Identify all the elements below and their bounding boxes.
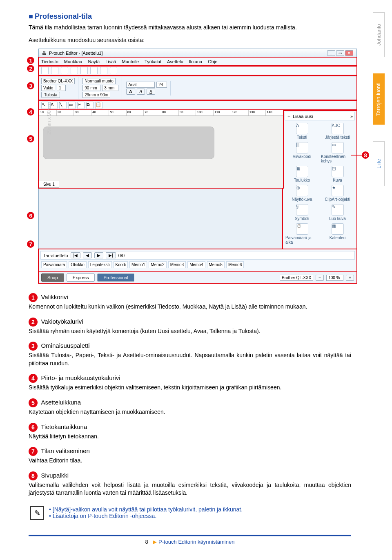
sidebar-item-3[interactable]: ▭Koristeellinen kehys: [321, 142, 354, 163]
zoom-in-button[interactable]: +: [346, 275, 354, 281]
menu-asettelu[interactable]: Asettelu: [167, 59, 183, 64]
desc-num: 1: [29, 293, 38, 302]
sidebar-item-1[interactable]: ABCJärjestä teksti: [321, 123, 354, 140]
layout-window[interactable]: 102030405060708090100110120130140 29mm x…: [39, 110, 283, 188]
callout-4: 4: [26, 107, 35, 116]
size-combo[interactable]: 29mm x 90m: [82, 92, 110, 98]
chevron-right-icon[interactable]: »: [350, 114, 353, 119]
mode-professional-button[interactable]: Professional: [97, 273, 134, 282]
tab-liite[interactable]: Liite: [373, 141, 385, 186]
db-field-6[interactable]: Memo3: [168, 261, 186, 268]
desc-item-3: 3 OminaisuuspalettiSisältää Tulosta-, Pa…: [29, 342, 351, 367]
line-tool-icon[interactable]: ╲: [59, 102, 67, 109]
sidebar-item-7[interactable]: ★ClipArt-objekti: [321, 185, 354, 202]
sidebar-panel: ＋ Lisää uusi » ATekstiABCJärjestä teksti…: [283, 110, 356, 249]
desc-num: 7: [29, 447, 38, 456]
scissors-icon[interactable]: ✂: [77, 102, 85, 109]
db-field-8[interactable]: Memo5: [207, 261, 225, 268]
print-button[interactable]: Tulosta: [41, 92, 60, 98]
media-select[interactable]: Vakio: [41, 85, 55, 91]
db-field-7[interactable]: Memo4: [187, 261, 205, 268]
close-button[interactable]: ✕: [345, 50, 353, 56]
cut-icon[interactable]: [71, 67, 78, 74]
desc-item-2: 2 VakiotyökaluriviSisältää ryhmän usein …: [29, 318, 351, 336]
desc-text: Sisältää Tulosta-, Paperi-, Teksti- ja A…: [29, 351, 351, 367]
save-icon[interactable]: [61, 67, 68, 74]
printer-select[interactable]: Brother QL-XXX: [41, 78, 75, 84]
db-prev-button[interactable]: ◀: [83, 252, 92, 258]
width-input[interactable]: 90 mm: [82, 85, 100, 91]
note-2: Lisätietoja on P-touch Editorin -ohjeess…: [49, 513, 243, 519]
db-field-2[interactable]: Leipäteksti: [88, 261, 112, 268]
paste-icon[interactable]: [90, 67, 98, 74]
desc-text: Vaihtaa Editorin tilaa.: [29, 457, 351, 465]
zoom-value[interactable]: 100 %: [326, 275, 343, 281]
mode-select[interactable]: Normaali muoto: [82, 78, 116, 84]
sidebar-item-label: Koristeellinen kehys: [321, 154, 354, 163]
zoom-out-button[interactable]: −: [316, 275, 324, 281]
desc-text: Komennot on luokiteltu kunkin valikon (e…: [29, 303, 351, 311]
sidebar-item-8[interactable]: §Symboli: [285, 204, 318, 221]
db-field-3[interactable]: Koodi: [114, 261, 128, 268]
tab-johdanto[interactable]: Johdanto: [373, 12, 385, 57]
bold-button[interactable]: A: [126, 89, 135, 95]
db-field-9[interactable]: Memo6: [226, 261, 244, 268]
db-first-button[interactable]: |◀: [71, 252, 81, 258]
sidebar-item-10[interactable]: ⌚Päivämäärä ja aika: [285, 223, 318, 244]
db-field-0[interactable]: Päivämäärä: [41, 261, 67, 268]
menu-tyokalut[interactable]: Työkalut: [145, 59, 161, 64]
mode-snap-button[interactable]: Snap: [41, 273, 64, 282]
draw-toolbar: ↖ A ╲ ▭ ✂ ⧉ 📋: [39, 100, 356, 110]
menu-tiedosto[interactable]: Tiedosto: [41, 59, 58, 64]
copy-tool-icon[interactable]: ⧉: [86, 102, 94, 109]
sidebar-icon: §: [296, 204, 308, 216]
db-last-button[interactable]: ▶|: [106, 252, 116, 258]
db-next-button[interactable]: ▶: [94, 252, 103, 258]
copy-icon[interactable]: [80, 67, 88, 74]
desc-num: 8: [29, 471, 38, 480]
maximize-button[interactable]: ▭: [336, 50, 344, 56]
label-shape[interactable]: [43, 127, 214, 159]
open-icon[interactable]: [51, 67, 58, 74]
db-field-1[interactable]: Otsikko: [69, 261, 86, 268]
db-field-5[interactable]: Memo2: [149, 261, 166, 268]
undo-icon[interactable]: [100, 67, 107, 74]
font-select[interactable]: Arial: [126, 82, 155, 88]
sidebar-item-6[interactable]: ◎Näyttökuva: [285, 185, 318, 202]
menu-ikkuna[interactable]: Ikkuna: [189, 59, 202, 64]
italic-button[interactable]: A: [137, 89, 145, 95]
redo-icon[interactable]: [110, 67, 117, 74]
sidebar-item-11[interactable]: ▦Kalenteri: [321, 223, 354, 244]
callout-3: 3: [26, 81, 35, 90]
qty-input[interactable]: 1: [57, 85, 66, 91]
sidebar-item-2[interactable]: |||Viivakoodi: [285, 142, 318, 163]
desc-num: 3: [29, 342, 38, 351]
height-input[interactable]: 3 mm: [102, 85, 118, 91]
desc-text: Sisältää työkaluja esimerkiksi objektin …: [29, 384, 351, 392]
desc-item-8: 8 SivupalkkiValitsemalla välilehden voit…: [29, 471, 351, 497]
menu-nayta[interactable]: Näytä: [88, 59, 100, 64]
tab-tarrojen-luonti[interactable]: Tarrojen luonti: [373, 73, 385, 125]
paste-tool-icon[interactable]: 📋: [95, 102, 102, 109]
desc-num: 6: [29, 423, 38, 432]
sidebar-item-9[interactable]: ✎Luo kuva: [321, 204, 354, 221]
new-icon[interactable]: [41, 67, 49, 74]
rect-tool-icon[interactable]: ▭: [68, 102, 76, 109]
sidebar-item-label: Päivämäärä ja aika: [285, 236, 318, 244]
mode-express-button[interactable]: Express: [67, 273, 95, 282]
note-icon: ✎: [30, 506, 44, 520]
fontsize-select[interactable]: 24: [156, 82, 167, 88]
menu-muotoile[interactable]: Muotoile: [122, 59, 139, 64]
sidebar-item-label: Kalenteri: [330, 236, 345, 240]
underline-button[interactable]: A: [147, 89, 155, 95]
minimize-button[interactable]: _: [327, 50, 335, 56]
sidebar-item-4[interactable]: ▦Taulukko: [285, 166, 318, 182]
sidebar-item-5[interactable]: ◳Kuva: [321, 166, 354, 182]
status-printer[interactable]: Brother QL-XXX: [280, 275, 313, 281]
sidebar-item-0[interactable]: ATeksti: [285, 123, 318, 140]
page-tab-1[interactable]: Sivu 1: [39, 181, 59, 188]
menu-ohje[interactable]: Ohje: [208, 59, 217, 64]
menu-lisaa[interactable]: Lisää: [105, 59, 116, 64]
db-field-4[interactable]: Memo1: [129, 261, 147, 268]
menu-muokkaa[interactable]: Muokkaa: [64, 59, 82, 64]
